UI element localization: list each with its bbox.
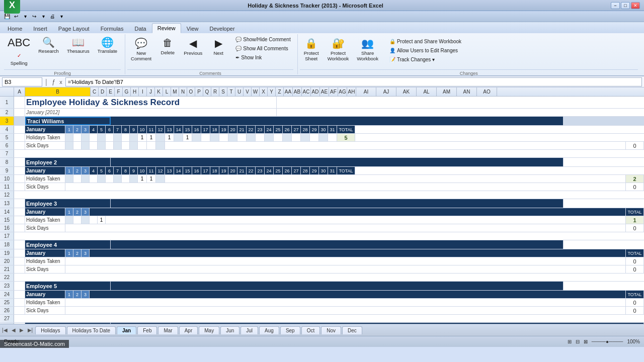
a15[interactable]: [14, 216, 25, 224]
h2-10[interactable]: 1: [138, 175, 147, 183]
ht-1-14[interactable]: [174, 134, 183, 141]
day-10-emp1[interactable]: 10: [138, 126, 147, 133]
col-X[interactable]: X: [260, 87, 268, 96]
view-break-icon[interactable]: ⊠: [584, 339, 588, 344]
rest-28[interactable]: [111, 323, 644, 324]
a25[interactable]: [14, 299, 25, 306]
cell-A5[interactable]: [14, 134, 25, 141]
sd-1-7[interactable]: [114, 142, 122, 149]
rownum-16[interactable]: 16: [0, 224, 14, 232]
day-11-emp1[interactable]: 11: [147, 126, 156, 133]
d3e4[interactable]: 3: [82, 249, 90, 257]
ht-1-3[interactable]: [82, 134, 90, 141]
protect-sheet-button[interactable]: 🔒 ProtectSheet: [300, 35, 323, 68]
col-E[interactable]: E: [107, 87, 115, 96]
h3-2[interactable]: [73, 216, 82, 224]
col-M[interactable]: M: [171, 87, 179, 96]
rownum-7[interactable]: 7: [0, 150, 14, 157]
next-comment-button[interactable]: ▶ Next: [207, 35, 230, 68]
day-18-emp1[interactable]: 18: [210, 126, 219, 133]
day-12-emp1[interactable]: 12: [156, 126, 165, 133]
a28[interactable]: [14, 323, 25, 324]
a14[interactable]: [14, 208, 25, 216]
d2e5[interactable]: 2: [73, 291, 82, 298]
col-F[interactable]: F: [115, 87, 123, 96]
ht-1-1[interactable]: [65, 134, 73, 141]
a20[interactable]: [14, 257, 25, 265]
a10[interactable]: [14, 175, 25, 183]
translate-button[interactable]: 🌐 Translate: [94, 35, 121, 68]
cell-B8[interactable]: Employee 2: [25, 158, 111, 166]
day-rest-9[interactable]: 4: [90, 167, 98, 174]
rownum-20[interactable]: 20: [0, 257, 14, 265]
d21e2[interactable]: 21: [237, 167, 247, 174]
day-13-emp1[interactable]: 13: [165, 126, 174, 133]
ht-1-11[interactable]: 1: [147, 134, 156, 141]
h5-rest[interactable]: [65, 299, 626, 306]
rownum-13[interactable]: 13: [0, 199, 14, 208]
sd5-rest[interactable]: [65, 307, 626, 314]
h3-1[interactable]: [65, 216, 73, 224]
col-D[interactable]: D: [99, 87, 107, 96]
rownum-21[interactable]: 21: [0, 265, 14, 273]
sd-1-rest[interactable]: [165, 142, 626, 149]
ht-1-2[interactable]: [73, 134, 82, 141]
rownum-6[interactable]: 6: [0, 142, 14, 149]
show-all-comments-button[interactable]: 💬 Show All Comments: [233, 44, 293, 53]
cell-A9[interactable]: [14, 167, 25, 174]
d7e2[interactable]: 7: [114, 167, 122, 174]
sd-1-5[interactable]: [98, 142, 106, 149]
cell-B3[interactable]: Traci Williams: [25, 117, 111, 125]
day-23-emp1[interactable]: 23: [256, 126, 265, 133]
emp3-name[interactable]: Employee 3: [25, 199, 111, 208]
emp4-name[interactable]: Employee 4: [25, 240, 111, 249]
col-W[interactable]: W: [252, 87, 260, 96]
day-21-emp1[interactable]: 21: [237, 126, 247, 133]
d27e2[interactable]: 27: [292, 167, 301, 174]
day-6-emp1[interactable]: 6: [106, 126, 114, 133]
col-AI[interactable]: AI: [356, 87, 376, 96]
tab-aug[interactable]: Aug: [259, 326, 279, 334]
rownum-12[interactable]: 12: [0, 191, 14, 199]
rownum-5[interactable]: 5: [0, 134, 14, 141]
save-button[interactable]: 💾: [3, 13, 11, 21]
new-comment-button[interactable]: 💬 NewComment: [127, 35, 155, 68]
cell-A4[interactable]: [14, 126, 25, 133]
rest-14[interactable]: [90, 208, 626, 216]
h3-5[interactable]: 1: [98, 216, 106, 224]
day-22-emp1[interactable]: 22: [247, 126, 256, 133]
h2-9[interactable]: [130, 175, 138, 183]
h4-rest[interactable]: [65, 257, 626, 265]
rest-19[interactable]: [90, 249, 626, 257]
delete-comment-button[interactable]: 🗑 Delete: [156, 35, 179, 68]
sd4-rest[interactable]: [65, 265, 626, 273]
rownum-22[interactable]: 22: [0, 274, 14, 281]
rownum-17[interactable]: 17: [0, 232, 14, 240]
sd-1-8[interactable]: [122, 142, 130, 149]
col-AL[interactable]: AL: [417, 87, 437, 96]
sd-1-9[interactable]: [130, 142, 138, 149]
formula-input[interactable]: [65, 77, 642, 86]
day-27-emp1[interactable]: 27: [292, 126, 301, 133]
track-changes-button[interactable]: 📝 Track Changes ▾: [387, 55, 464, 64]
d29e2[interactable]: 29: [310, 167, 319, 174]
undo-dropdown[interactable]: ▾: [21, 13, 29, 21]
ht-1-16[interactable]: [192, 134, 201, 141]
ht-1-31[interactable]: [328, 134, 337, 141]
rownum-15[interactable]: 15: [0, 216, 14, 224]
ht-1-15[interactable]: 1: [183, 134, 192, 141]
close-button[interactable]: ✕: [631, 2, 640, 9]
tab-home[interactable]: Home: [2, 24, 28, 33]
a24[interactable]: [14, 291, 25, 298]
ht-1-7[interactable]: [114, 134, 122, 141]
minimize-button[interactable]: −: [611, 2, 620, 9]
h2-rest[interactable]: [165, 175, 626, 183]
ht-1-17[interactable]: [201, 134, 210, 141]
d18e2[interactable]: 18: [210, 167, 219, 174]
d25e2[interactable]: 25: [274, 167, 283, 174]
col-Z[interactable]: Z: [276, 87, 284, 96]
h2-6[interactable]: [106, 175, 114, 183]
day-1-emp2[interactable]: 1: [65, 167, 73, 174]
day-24-emp1[interactable]: 24: [265, 126, 274, 133]
day-16-emp1[interactable]: 16: [192, 126, 201, 133]
